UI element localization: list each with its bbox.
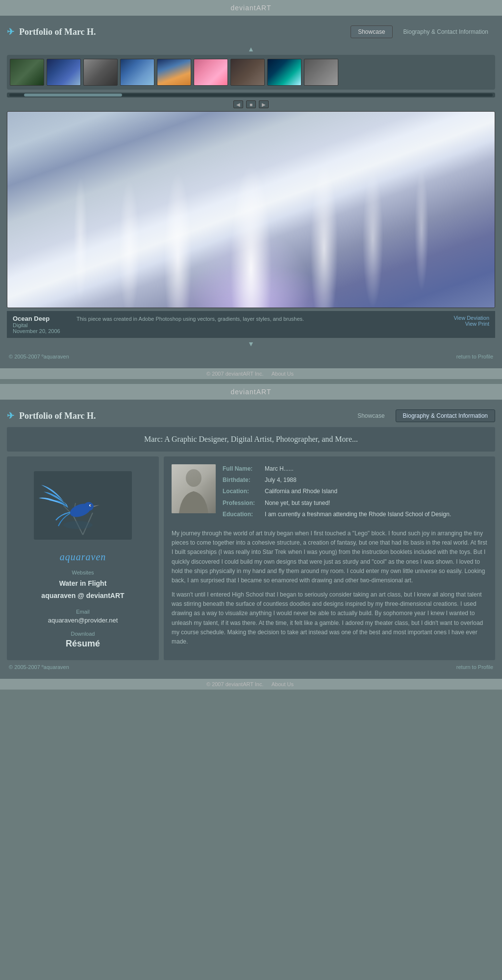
site-footer-about[interactable]: About Us: [272, 371, 294, 377]
thumb-4[interactable]: [120, 59, 154, 86]
thumbnail-scrollbar[interactable]: [7, 93, 495, 97]
tab-buttons-1: Showcase Biography & Contact Information: [351, 25, 495, 38]
scrollbar-thumb[interactable]: [24, 94, 122, 96]
nav-arrow-mid[interactable]: ■: [246, 100, 256, 108]
expand-up-1[interactable]: ▲: [7, 43, 495, 55]
footer-copyright-2: © 2005-2007 ºaquaraven: [9, 664, 69, 670]
profile-birthdate-row: Birthdate: July 4, 1988: [223, 476, 487, 485]
bio-email-section: Email aquaraven@provider.net: [15, 609, 151, 624]
portfolio-bio-section: ✈ Portfolio of Marc H. Showcase Biograph…: [0, 400, 502, 679]
tab-showcase-2[interactable]: Showcase: [351, 410, 391, 422]
site-footer-about-2[interactable]: About Us: [272, 681, 294, 687]
thumb-2[interactable]: [47, 59, 81, 86]
bio-left-panel: aquaraven Websites Water in Flight aquar…: [7, 456, 159, 660]
websites-label: Websites: [15, 570, 151, 575]
full-name-label: Full Name:: [223, 464, 262, 474]
thumb-7[interactable]: [230, 59, 265, 86]
profile-education-row: Education: I am currently a freshman att…: [223, 510, 487, 519]
resume-link[interactable]: Résumé: [66, 639, 100, 648]
scrollbar-track: [9, 94, 493, 96]
bio-text-1: My journey through the world of art trul…: [172, 529, 487, 646]
bird-illustration: [29, 466, 137, 545]
bio-content: aquaraven Websites Water in Flight aquar…: [7, 456, 495, 660]
portfolio-title-area-1: ✈ Portfolio of Marc H.: [7, 26, 96, 37]
return-profile-2[interactable]: return to Profile: [456, 664, 493, 670]
thumbnail-strip: [7, 55, 495, 90]
location-value: California and Rhode Island: [265, 487, 337, 496]
view-deviation-link[interactable]: View Deviation: [435, 315, 489, 321]
website2-link[interactable]: aquaraven @ deviantART: [15, 590, 151, 602]
expand-down-1[interactable]: ▼: [7, 338, 495, 350]
thumb-8[interactable]: [267, 59, 301, 86]
bio-paragraph-1: My journey through the world of art trul…: [172, 529, 487, 585]
download-label: Download: [15, 631, 151, 637]
main-artwork-image[interactable]: [7, 112, 495, 308]
profile-photo: [172, 464, 216, 513]
svg-rect-10: [172, 464, 216, 513]
section-footer-1: © 2005-2007 ºaquaraven return to Profile: [7, 350, 495, 361]
bio-right-panel: Full Name: Marc H...... Birthdate: July …: [164, 456, 495, 660]
site-footer-2: © 2007 deviantART Inc. About Us: [0, 679, 502, 690]
portfolio-title-1: Portfolio of Marc H.: [19, 27, 96, 37]
portfolio-header-2: ✈ Portfolio of Marc H. Showcase Biograph…: [7, 405, 495, 427]
thumb-3[interactable]: [83, 59, 118, 86]
bio-websites: Websites Water in Flight aquaraven @ dev…: [15, 570, 151, 602]
portfolio-showcase-section: ✈ Portfolio of Marc H. Showcase Biograph…: [0, 16, 502, 368]
portfolio-arrow-icon-1: ✈: [7, 26, 14, 37]
return-profile-1[interactable]: return to Profile: [456, 354, 493, 359]
profile-full-name-row: Full Name: Marc H......: [223, 464, 487, 474]
website1-link[interactable]: Water in Flight: [15, 577, 151, 590]
section-divider: [0, 379, 502, 384]
profile-location-row: Location: California and Rhode Island: [223, 487, 487, 496]
location-label: Location:: [223, 487, 262, 496]
svg-point-12: [186, 469, 201, 487]
caption-links: View Deviation View Print: [435, 315, 489, 327]
portfolio-header-1: ✈ Portfolio of Marc H. Showcase Biograph…: [7, 21, 495, 43]
nav-arrows: ◀ ■ ▶: [7, 100, 495, 108]
svg-point-8: [90, 505, 91, 506]
tagline-text: Marc: A Graphic Designer, Digital Artist…: [144, 435, 358, 443]
thumb-6[interactable]: [194, 59, 228, 86]
section-footer-2: © 2005-2007 ºaquaraven return to Profile: [7, 660, 495, 672]
tab-buttons-2: Showcase Biography & Contact Information: [351, 409, 495, 422]
username-label: aquaraven: [60, 551, 106, 563]
artwork-description: This piece was created in Adobe Photosho…: [76, 315, 430, 323]
education-value: I am currently a freshman attending the …: [265, 510, 451, 519]
site-footer-copyright-2: © 2007 deviantART Inc.: [206, 681, 264, 687]
bio-paragraph-2: It wasn't until I entered High School th…: [172, 590, 487, 646]
education-label: Education:: [223, 510, 262, 519]
thumb-5[interactable]: [157, 59, 191, 86]
profile-profession-row: Profession: None yet, but stay tuned!: [223, 499, 487, 508]
artwork-category: Digital: [13, 322, 72, 328]
email-value: aquaraven@provider.net: [15, 617, 151, 624]
artwork-title: Ocean Deep: [13, 315, 72, 322]
bird-svg: [34, 471, 132, 540]
site-footer-copyright: © 2007 deviantART Inc.: [206, 371, 264, 377]
portfolio-title-area-2: ✈ Portfolio of Marc H.: [7, 410, 96, 421]
email-label: Email: [15, 609, 151, 615]
tab-bio-2[interactable]: Biography & Contact Information: [396, 409, 495, 422]
nav-arrow-left[interactable]: ◀: [233, 100, 243, 108]
bio-profile-top: Full Name: Marc H...... Birthdate: July …: [172, 464, 487, 521]
birthdate-value: July 4, 1988: [265, 476, 297, 485]
svg-rect-11: [172, 464, 216, 513]
profession-label: Profession:: [223, 499, 262, 508]
nav-arrow-right[interactable]: ▶: [259, 100, 269, 108]
site-name-top: deviantART: [231, 4, 272, 12]
full-name-value: Marc H......: [265, 464, 294, 474]
image-caption: Ocean Deep Digital November 20, 2006 Thi…: [7, 311, 495, 338]
birthdate-label: Birthdate:: [223, 476, 262, 485]
svg-point-9: [63, 521, 93, 529]
thumb-1[interactable]: [10, 59, 44, 86]
caption-left: Ocean Deep Digital November 20, 2006: [13, 315, 72, 334]
tagline-box: Marc: A Graphic Designer, Digital Artist…: [7, 427, 495, 452]
profile-photo-svg: [172, 464, 216, 513]
svg-point-6: [84, 502, 94, 511]
tab-showcase-1[interactable]: Showcase: [351, 25, 392, 38]
view-print-link[interactable]: View Print: [435, 321, 489, 327]
profile-info: Full Name: Marc H...... Birthdate: July …: [223, 464, 487, 521]
thumb-9[interactable]: [304, 59, 338, 86]
top-site-header: deviantART: [0, 0, 502, 16]
site-footer-1: © 2007 deviantART Inc. About Us: [0, 368, 502, 379]
tab-bio-1[interactable]: Biography & Contact Information: [397, 26, 495, 38]
